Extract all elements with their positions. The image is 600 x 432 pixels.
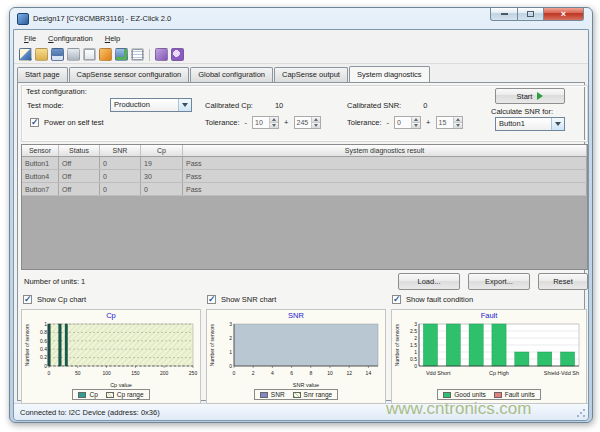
minimize-button[interactable] [490, 8, 518, 21]
table-row[interactable]: Button1Off 019 Pass [22, 157, 587, 170]
disconnect-icon[interactable] [155, 48, 168, 61]
snr-tolerance-max-spinner[interactable]: 15 [436, 116, 463, 129]
cp-tolerance-label: Tolerance: [205, 118, 240, 127]
apply-to-device-icon[interactable] [115, 48, 128, 61]
table-row[interactable]: Button4Off 030 Pass [22, 170, 587, 183]
maximize-button[interactable] [518, 8, 544, 21]
plus-label: + [284, 118, 288, 127]
table-row[interactable]: Button7Off 00 Pass [22, 183, 587, 196]
svg-text:Cp High: Cp High [489, 370, 509, 376]
start-button[interactable]: Start [495, 88, 565, 104]
menu-help[interactable]: Help [100, 33, 125, 44]
snr-tolerance-label: Tolerance: [347, 118, 382, 127]
calibrated-cp-label: Calibrated Cp: [205, 101, 253, 110]
toolbar [14, 46, 588, 64]
snr-chart-legend: SNRSnr range [254, 389, 338, 400]
svg-text:1: 1 [229, 349, 232, 355]
watermark: www.cntronics.com [386, 399, 531, 419]
calibrated-snr-value: 0 [423, 101, 427, 110]
svg-text:0.6: 0.6 [40, 338, 47, 344]
calculate-snr-for-dropdown[interactable]: Button1 [495, 117, 565, 131]
snr-chart: SNR 012302468101214SNR valueNumber of se… [206, 309, 386, 404]
test-configuration-group: Test configuration: Test mode: Productio… [21, 85, 588, 142]
svg-text:100: 100 [102, 370, 111, 376]
spin-down-icon[interactable] [454, 123, 462, 128]
snr-chart-plot: 012302468101214SNR valueNumber of sensor… [208, 321, 384, 389]
cp-chart: Cp 00.20.40.60.81050100150200250Cp value… [21, 309, 201, 404]
toolbar-separator [149, 49, 150, 61]
close-button[interactable]: × [544, 8, 584, 21]
table-empty-area [22, 196, 587, 269]
cp-tolerance-min-spinner[interactable]: 10 [252, 116, 279, 129]
app-window: Design17 [CY8CMBR3116] - EZ-Click 2.0 × … [9, 7, 593, 423]
reset-button[interactable]: Reset [538, 273, 588, 290]
svg-text:2: 2 [252, 370, 255, 376]
menu-configuration[interactable]: Configuration [43, 33, 98, 44]
legend-item: Snr range [293, 391, 333, 398]
legend-item: SNR [260, 391, 285, 398]
number-of-units-label: Number of units: 1 [24, 277, 85, 286]
connect-device-icon[interactable] [99, 48, 112, 61]
svg-text:Number of sensors: Number of sensors [394, 323, 400, 366]
svg-text:0: 0 [229, 363, 232, 369]
svg-text:150: 150 [131, 370, 140, 376]
system-diagnostics-page: Test configuration: Test mode: Productio… [17, 82, 585, 401]
legend-swatch-icon [78, 392, 86, 398]
svg-text:2.5: 2.5 [410, 328, 417, 334]
export-button[interactable]: Export... [468, 273, 530, 290]
svg-text:3: 3 [414, 321, 417, 327]
show-snr-chart-checkbox[interactable]: Show SNR chart [207, 295, 276, 304]
window-title: Design17 [CY8CMBR3116] - EZ-Click 2.0 [33, 14, 171, 23]
save-project-icon[interactable] [51, 48, 64, 61]
svg-text:0: 0 [414, 363, 417, 369]
tab-global-configuration[interactable]: Global configuration [190, 67, 273, 82]
app-icon [17, 13, 29, 25]
generate-report-icon[interactable] [131, 48, 144, 61]
spin-down-icon[interactable] [270, 123, 278, 128]
checkbox-icon [392, 295, 401, 304]
load-button[interactable]: Load... [398, 273, 460, 290]
connection-status: Connected to: I2C Device (address: 0x36) [20, 408, 160, 417]
show-fault-condition-checkbox[interactable]: Show fault condition [392, 295, 473, 304]
svg-text:0.2: 0.2 [40, 354, 47, 360]
svg-text:Vdd Short: Vdd Short [426, 370, 451, 376]
svg-text:0.4: 0.4 [40, 346, 47, 352]
new-project-icon[interactable] [19, 48, 32, 61]
svg-text:0.8: 0.8 [40, 329, 47, 335]
tab-system-diagnostics[interactable]: System diagnostics [349, 66, 430, 82]
menu-file[interactable]: File [19, 33, 41, 44]
cp-chart-title: Cp [106, 311, 116, 321]
svg-text:1: 1 [44, 321, 47, 327]
legend-swatch-icon [106, 392, 114, 398]
print-icon[interactable] [67, 48, 80, 61]
export-register-map-icon[interactable] [83, 48, 96, 61]
tab-capsense-output[interactable]: CapSense output [274, 67, 348, 82]
svg-text:12: 12 [346, 370, 352, 376]
test-mode-dropdown[interactable]: Production [110, 98, 192, 112]
power-on-self-test-checkbox[interactable]: Power on self test [30, 118, 104, 127]
play-icon [537, 92, 543, 100]
svg-text:6: 6 [290, 370, 293, 376]
legend-item: Fault units [494, 391, 535, 398]
open-project-icon[interactable] [35, 48, 48, 61]
snr-chart-title: SNR [288, 311, 304, 321]
svg-text:Number of sensors: Number of sensors [24, 323, 30, 366]
minus-label: - [245, 118, 248, 127]
title-bar[interactable]: Design17 [CY8CMBR3116] - EZ-Click 2.0 × [13, 8, 589, 29]
svg-text:50: 50 [75, 370, 81, 376]
test-mode-label: Test mode: [27, 101, 64, 110]
resize-grip-icon[interactable] [576, 408, 586, 418]
spin-down-icon[interactable] [312, 123, 320, 128]
test-configuration-label: Test configuration: [26, 87, 87, 96]
tab-start-page[interactable]: Start page [17, 67, 68, 82]
show-cp-chart-checkbox[interactable]: Show Cp chart [23, 295, 86, 304]
tab-capsense-sensor-configuration[interactable]: CapSense sensor configuration [69, 67, 190, 82]
cp-chart-plot: 00.20.40.60.81050100150200250Cp valueNum… [23, 321, 199, 389]
cp-chart-legend: CpCp range [72, 389, 149, 400]
snr-tolerance-min-spinner[interactable]: 0 [394, 116, 421, 129]
spin-down-icon[interactable] [412, 123, 420, 128]
calculate-snr-for-label: Calculate SNR for: [491, 107, 571, 116]
find-device-icon[interactable] [171, 48, 184, 61]
cp-tolerance-max-spinner[interactable]: 245 [294, 116, 321, 129]
svg-text:10: 10 [327, 370, 333, 376]
